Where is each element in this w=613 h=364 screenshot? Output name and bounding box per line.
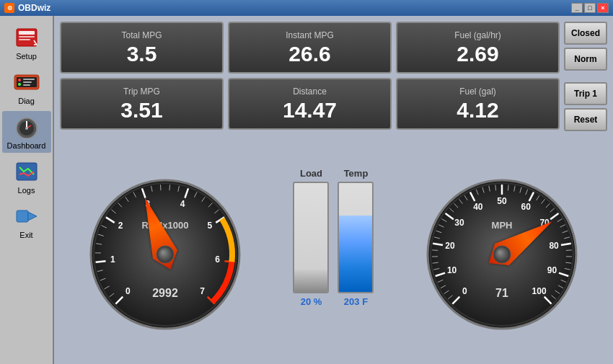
svg-rect-3	[19, 39, 30, 40]
exit-label: Exit	[19, 231, 32, 239]
title-bar: ⚙ OBDwiz _ □ ×	[0, 0, 613, 16]
temp-fill	[339, 216, 372, 292]
top-section: Total MPG 3.5 Instant MPG 26.6 Fuel (gal…	[60, 22, 607, 131]
sidebar-item-dashboard[interactable]: Dashboard	[2, 111, 51, 153]
trip-mpg-value: 3.51	[120, 99, 162, 121]
fuel-rate-box: Fuel (gal/hr) 2.69	[396, 22, 560, 74]
norm-button[interactable]: Norm	[564, 48, 607, 71]
metrics-section: Total MPG 3.5 Instant MPG 26.6 Fuel (gal…	[60, 22, 560, 131]
fuel-gal-value: 4.12	[457, 99, 498, 121]
minimize-button[interactable]: _	[571, 3, 583, 13]
temp-value: 203 F	[344, 296, 368, 307]
fuel-gal-label: Fuel (gal)	[459, 86, 496, 97]
close-button[interactable]: ×	[597, 3, 609, 13]
exit-icon	[12, 203, 41, 229]
window-controls[interactable]: _ □ ×	[571, 3, 609, 13]
metrics-row-2: Trip MPG 3.51 Distance 14.47 Fuel (gal) …	[60, 78, 560, 130]
setup-icon	[12, 25, 41, 50]
svg-rect-8	[23, 79, 35, 80]
svg-marker-18	[28, 212, 37, 221]
instant-mpg-box: Instant MPG 26.6	[228, 22, 392, 74]
sidebar-item-setup[interactable]: Setup	[2, 22, 51, 63]
load-track	[293, 182, 329, 293]
distance-box: Distance 14.47	[228, 78, 392, 130]
load-value: 20 %	[301, 296, 322, 307]
svg-point-15	[25, 127, 28, 130]
temp-label: Temp	[344, 168, 369, 179]
svg-point-7	[18, 83, 21, 86]
fuel-rate-value: 2.69	[457, 43, 498, 65]
trip-mpg-box: Trip MPG 3.51	[60, 78, 224, 130]
temp-track	[338, 182, 374, 293]
metrics-row-1: Total MPG 3.5 Instant MPG 26.6 Fuel (gal…	[60, 22, 560, 74]
logs-icon	[12, 159, 41, 185]
distance-label: Distance	[293, 86, 327, 97]
rpm-canvas	[82, 164, 248, 330]
total-mpg-box: Total MPG 3.5	[60, 22, 224, 74]
temp-gauge-wrapper: Temp 203 F	[338, 168, 374, 307]
diag-icon	[12, 69, 41, 95]
rpm-gauge	[82, 164, 248, 330]
bar-gauges-container: Load 20 % Temp 203 F	[293, 168, 374, 327]
instant-mpg-value: 26.6	[288, 43, 330, 65]
diag-label: Diag	[18, 97, 35, 105]
maximize-button[interactable]: □	[584, 3, 596, 13]
closed-button[interactable]: Closed	[564, 22, 607, 45]
side-buttons: Closed Norm Trip 1 Reset	[564, 22, 607, 131]
sidebar-item-exit[interactable]: Exit	[2, 200, 51, 242]
speed-canvas	[419, 164, 585, 330]
instant-mpg-label: Instant MPG	[286, 30, 334, 40]
logs-label: Logs	[18, 186, 35, 195]
svg-rect-2	[19, 36, 35, 37]
speed-gauge	[419, 164, 585, 330]
sidebar-item-diag[interactable]: Diag	[2, 66, 51, 108]
total-mpg-label: Total MPG	[121, 30, 162, 40]
fuel-gal-box: Fuel (gal) 4.12	[396, 78, 560, 130]
load-label: Load	[300, 168, 322, 179]
reset-button[interactable]: Reset	[564, 108, 607, 131]
svg-point-6	[18, 79, 21, 81]
content-area: Total MPG 3.5 Instant MPG 26.6 Fuel (gal…	[54, 16, 613, 364]
app-icon: ⚙	[4, 3, 14, 13]
svg-rect-1	[19, 31, 35, 35]
svg-rect-10	[23, 84, 30, 86]
total-mpg-value: 3.5	[127, 43, 157, 65]
gauges-row: Load 20 % Temp 203 F	[60, 136, 607, 358]
svg-rect-17	[17, 210, 28, 222]
sidebar: Setup Diag	[0, 16, 54, 364]
app-title: OBDwiz	[18, 3, 50, 13]
load-fill	[294, 270, 327, 291]
distance-value: 14.47	[283, 99, 337, 121]
main-container: Setup Diag	[0, 16, 613, 364]
fuel-rate-label: Fuel (gal/hr)	[454, 30, 501, 40]
trip1-button[interactable]: Trip 1	[564, 82, 607, 105]
svg-rect-9	[23, 81, 32, 83]
sidebar-item-logs[interactable]: Logs	[2, 156, 51, 197]
trip-mpg-label: Trip MPG	[123, 86, 160, 97]
dashboard-icon	[12, 114, 41, 140]
setup-label: Setup	[16, 52, 37, 61]
load-gauge-wrapper: Load 20 %	[293, 168, 329, 307]
dashboard-label: Dashboard	[7, 141, 46, 150]
